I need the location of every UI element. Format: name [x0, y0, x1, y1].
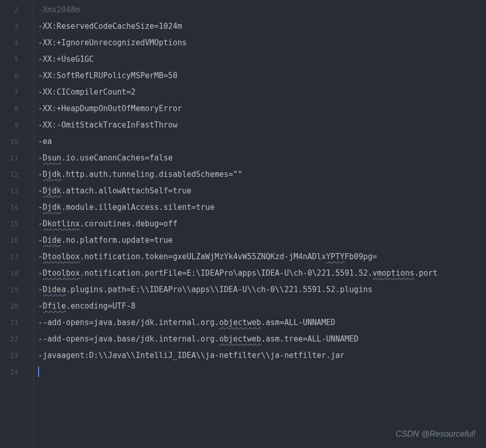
line-number: 7 — [0, 84, 19, 100]
code-segment: Dfile — [43, 301, 66, 311]
code-segment: -XX:CICompilerCount=2 — [38, 87, 136, 97]
line-number-gutter: 23456789101112131415161718192021222324 — [0, 0, 29, 448]
line-number: 2 — [0, 2, 19, 18]
code-segment: Djdk — [43, 186, 61, 195]
code-segment: - — [38, 186, 43, 195]
line-number: 14 — [0, 199, 19, 216]
line-number: 17 — [0, 248, 19, 265]
code-segment: .plugins.path=E:\\IDEAPro\\apps\\IDEA-U\… — [66, 285, 372, 294]
code-segment: - — [38, 301, 43, 311]
code-segment: .module.illegalAccess.silent=true — [61, 203, 214, 212]
watermark-text: CSDN @Resourceful! — [395, 429, 476, 439]
code-editor-area[interactable]: -Xmx2048m-XX:ReservedCodeCacheSize=1024m… — [34, 0, 486, 448]
code-segment: -XX:+UseG1GC — [38, 55, 94, 64]
code-segment: Djdk — [43, 203, 61, 212]
code-segment: -Xmx2048m — [38, 5, 80, 14]
code-segment: --add-opens=java.base/jdk.internal.org. — [38, 318, 219, 327]
code-segment: - — [38, 285, 43, 294]
code-segment: -ea — [38, 137, 52, 146]
line-number: 9 — [0, 117, 19, 133]
code-line[interactable]: -Xmx2048m — [38, 2, 486, 18]
code-segment: .port — [415, 268, 438, 278]
line-number: 18 — [0, 265, 19, 281]
code-line[interactable]: -Didea.plugins.path=E:\\IDEAPro\\apps\\I… — [38, 281, 486, 298]
code-line[interactable]: -Dide.no.platform.update=true — [38, 232, 486, 248]
code-line[interactable]: -Dsun.io.useCanonCaches=false — [38, 150, 486, 166]
code-segment: .io.useCanonCaches=false — [61, 153, 173, 163]
code-segment: vmoptions — [372, 268, 414, 278]
code-line[interactable]: -ea — [38, 133, 486, 150]
text-cursor — [38, 367, 39, 377]
code-line[interactable]: -XX:+IgnoreUnrecognizedVMOptions — [38, 34, 486, 51]
line-number: 4 — [0, 34, 19, 51]
code-line[interactable] — [38, 364, 486, 380]
code-segment: .asm=ALL-UNNAMED — [261, 318, 335, 327]
code-segment: .encoding=UTF-8 — [66, 301, 135, 311]
code-line[interactable]: -Dtoolbox.notification.portFile=E:\IDEAP… — [38, 265, 486, 281]
code-line[interactable]: --add-opens=java.base/jdk.internal.org.o… — [38, 314, 486, 331]
code-line[interactable]: -XX:+HeapDumpOnOutOfMemoryError — [38, 100, 486, 117]
code-segment: --add-opens=java.base/jdk.internal.org. — [38, 334, 219, 344]
code-line[interactable]: --add-opens=java.base/jdk.internal.org.o… — [38, 331, 486, 347]
code-segment: Dsun — [43, 153, 61, 163]
line-number: 15 — [0, 216, 19, 232]
line-number: 5 — [0, 51, 19, 67]
code-segment: -XX:ReservedCodeCacheSize=1024m — [38, 22, 182, 31]
code-line[interactable]: -XX:+UseG1GC — [38, 51, 486, 67]
code-line[interactable]: -XX:ReservedCodeCacheSize=1024m — [38, 18, 486, 34]
code-segment: - — [38, 236, 43, 245]
vertical-scrollbar[interactable] — [479, 0, 486, 448]
code-segment: Djdk — [43, 170, 61, 179]
code-line[interactable]: -XX:-OmitStackTraceInFastThrow — [38, 117, 486, 133]
line-number: 23 — [0, 347, 19, 364]
code-segment: objectweb — [219, 334, 261, 344]
code-segment: -XX:+HeapDumpOnOutOfMemoryError — [38, 104, 182, 113]
code-segment: .notification.portFile=E:\IDEAPro\apps\I… — [80, 268, 372, 278]
line-number: 3 — [0, 18, 19, 34]
line-number: 19 — [0, 281, 19, 298]
line-number: 16 — [0, 232, 19, 248]
code-line[interactable]: -XX:CICompilerCount=2 — [38, 84, 486, 100]
code-segment: - — [38, 170, 43, 179]
code-segment: Dtoolbox — [43, 268, 80, 278]
code-segment: - — [38, 268, 43, 278]
code-line[interactable]: -XX:SoftRefLRUPolicyMSPerMB=50 — [38, 67, 486, 84]
code-segment: .asm.tree=ALL-UNNAMED — [261, 334, 358, 344]
editor-container: 23456789101112131415161718192021222324 -… — [0, 0, 486, 448]
code-segment: Didea — [43, 285, 66, 294]
code-segment: .no.platform.update=true — [61, 236, 173, 245]
code-segment: .notification.token=gxeULZaWjMzYk4vW55ZN… — [80, 252, 326, 261]
line-number: 6 — [0, 67, 19, 84]
code-segment: YPTY — [326, 252, 345, 261]
code-line[interactable]: -Djdk.attach.allowAttachSelf=true — [38, 183, 486, 199]
code-segment: Fb09pg= — [345, 252, 377, 261]
line-number: 11 — [0, 150, 19, 166]
line-number: 20 — [0, 298, 19, 314]
line-number: 22 — [0, 331, 19, 347]
code-segment: - — [38, 219, 43, 228]
line-number: 21 — [0, 314, 19, 331]
code-segment: -XX:-OmitStackTraceInFastThrow — [38, 120, 177, 130]
code-segment: -javaagent:D:\\Java\\IntelliJ_IDEA\\ja-n… — [38, 351, 345, 360]
code-segment: Dtoolbox — [43, 252, 80, 261]
line-number: 13 — [0, 183, 19, 199]
code-segment: Dide — [43, 236, 61, 245]
code-line[interactable]: -Djdk.module.illegalAccess.silent=true — [38, 199, 486, 216]
code-segment: -XX:+IgnoreUnrecognizedVMOptions — [38, 38, 187, 47]
code-line[interactable]: -javaagent:D:\\Java\\IntelliJ_IDEA\\ja-n… — [38, 347, 486, 364]
code-line[interactable]: -Dfile.encoding=UTF-8 — [38, 298, 486, 314]
line-number: 10 — [0, 133, 19, 150]
code-line[interactable]: -Dkotlinx.coroutines.debug=off — [38, 216, 486, 232]
code-segment: -XX:SoftRefLRUPolicyMSPerMB=50 — [38, 71, 177, 80]
code-segment: - — [38, 203, 43, 212]
code-segment: - — [38, 153, 43, 163]
line-number: 8 — [0, 100, 19, 117]
gutter-divider — [29, 0, 34, 448]
code-line[interactable]: -Dtoolbox.notification.token=gxeULZaWjMz… — [38, 248, 486, 265]
line-number: 24 — [0, 364, 19, 380]
code-segment: .attach.allowAttachSelf=true — [61, 186, 191, 195]
code-segment: objectweb — [219, 318, 261, 327]
code-segment: Dkotlinx — [43, 219, 80, 228]
code-line[interactable]: -Djdk.http.auth.tunneling.disabledScheme… — [38, 166, 486, 183]
line-number: 12 — [0, 166, 19, 183]
